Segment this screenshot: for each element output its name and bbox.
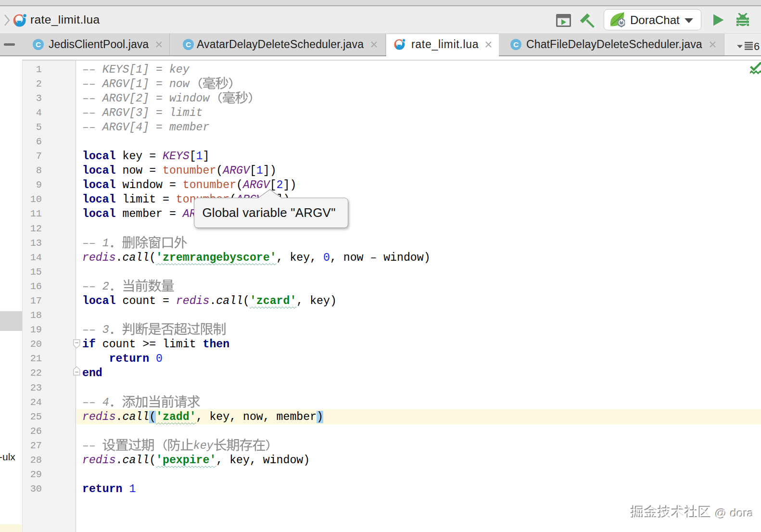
svg-text:C: C	[513, 40, 519, 49]
svg-text:@ dora: @ dora	[715, 507, 754, 520]
svg-text:C: C	[186, 40, 191, 49]
svg-text:C: C	[36, 40, 41, 49]
